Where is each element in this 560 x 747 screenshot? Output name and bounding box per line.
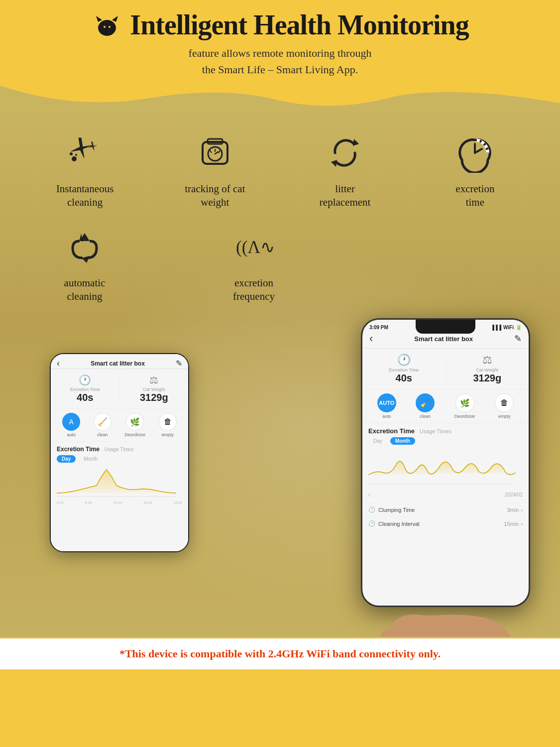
chart-section-large: Excretion Time Usage Times Day Month [362,423,529,502]
header-section: ✦ · · Intelligent Health Monitoring feat… [0,0,560,86]
action-deodorizer-large[interactable]: 🌿 Deordrizer [454,393,475,419]
svg-marker-1 [96,16,102,22]
feature-label-instantaneous-cleaning: Instantaneous cleaning [56,182,113,210]
tab-day-large[interactable]: Day [368,437,387,445]
svg-text:✦: ✦ [121,10,123,18]
chart-subtitle-large: Usage Times [420,428,451,434]
app-title-small: Smart cat litter box [91,360,145,367]
auto-icon-large: AUTO [377,393,396,412]
action-auto-large[interactable]: AUTO auto [377,393,396,419]
clean-icon-large: 🧹 [416,393,435,412]
auto-icon-small: A [62,413,80,431]
action-clean-small[interactable]: 🧹 clean [94,413,112,437]
scale-stat-icon-small: ⚖ [123,374,186,386]
features-row-2-section: automatic cleaning ((Λ∿)) excretion freq… [0,225,560,304]
clumping-label: Clumping Time [378,507,415,513]
signal-icon: ▐▐▐ [491,325,501,330]
stat-weight-small: ⚖ Cat Weight 3129g [120,369,189,408]
cleaning-interval-label: Cleaning Interval [378,521,420,527]
chart-svg-small [57,466,176,498]
weight-label-large: Cat Weight [449,368,526,373]
svg-line-17 [215,152,218,154]
svg-line-15 [219,150,220,153]
empty-label-large: empty [498,414,511,419]
clean-label-small: clean [97,432,108,437]
feature-label-tracking-weight: tracking of cat weight [185,182,245,210]
title-row: ✦ · · Intelligent Health Monitoring [15,9,545,41]
cleaning-interval-value: 15min [504,521,519,527]
cat-icon: ✦ · · [91,9,123,41]
excretion-value-small: 40s [54,392,116,403]
hand-holding-phone [341,555,550,637]
clock-icon [452,130,497,175]
stat-excretion-large: 🕐 Excretion Time 40s [362,349,446,389]
feature-label-excretion-time: excretion time [455,182,494,210]
wavy-divider [0,86,560,111]
feature-label-excretion-frequency: excretion frequency [233,276,275,304]
back-btn-small[interactable]: ‹ [57,358,60,369]
feature-automatic-cleaning: automatic cleaning [30,225,139,304]
svg-text:((Λ∿)): ((Λ∿)) [236,238,274,257]
clean-icon-small: 🧹 [94,413,112,431]
svg-line-16 [210,150,212,153]
stat-excretion-small: 🕐 Excretion Time 40s [51,369,119,408]
header-subtitle: feature allows remote monitoring through… [15,45,545,78]
feature-excretion-frequency: ((Λ∿)) excretion frequency [199,225,309,304]
empty-icon-large: 🗑 [495,393,514,412]
svg-marker-19 [331,160,337,167]
footer-section: *This device is compatible with 2.4GHz W… [0,637,560,669]
chart-date: 2024/02 [505,492,523,498]
edit-btn-small[interactable]: ✎ [176,359,182,368]
deodorizer-icon-large: 🌿 [455,393,474,412]
svg-point-3 [104,26,106,28]
action-deodorizer-small[interactable]: 🌿 Deordrizer [124,413,145,437]
list-items-large: 🕐 Clumping Time 3min › 🕐 Cleanin [362,502,529,530]
deodorizer-icon-small: 🌿 [126,413,144,431]
action-empty-small[interactable]: 🗑 empty [159,413,177,437]
feature-label-automatic-cleaning: automatic cleaning [64,276,106,304]
svg-text:·: · [117,9,118,14]
main-content: Instantaneous cleaning tra [0,111,560,637]
back-btn-large[interactable]: ‹ [369,332,373,345]
action-empty-large[interactable]: 🗑 empty [495,393,514,419]
svg-point-4 [109,26,111,28]
list-item-clumping[interactable]: 🕐 Clumping Time 3min › [362,502,529,516]
phone-large-container: 3:09 PM ▐▐▐ WiFi 🔋 ‹ Smart cat litter bo… [361,318,530,607]
tab-month-small[interactable]: Month [79,455,103,463]
wifi-icon: WiFi [503,325,514,330]
svg-marker-20 [82,256,90,263]
svg-marker-2 [112,16,118,22]
auto-label-large: auto [382,414,391,419]
clumping-value: 3min [507,507,519,513]
weight-label-small: Cat Weight [123,387,186,392]
action-auto-small[interactable]: A auto [62,413,80,437]
page-title: Intelligent Health Monitoring [130,9,468,41]
battery-icon: 🔋 [516,325,522,330]
auto-label-small: auto [67,432,76,437]
svg-point-0 [98,20,116,36]
edit-btn-large[interactable]: ✎ [514,333,522,344]
feature-litter-replacement: litter replacement [290,130,400,210]
cleaning-interval-chevron: › [521,521,523,527]
action-clean-large[interactable]: 🧹 clean [416,393,435,419]
feature-tracking-cat-weight: tracking of cat weight [160,130,270,210]
scale-icon [193,130,237,175]
clean-label-large: clean [420,414,431,419]
feature-excretion-time: excretion time [420,130,530,210]
clumping-chevron: › [521,507,523,513]
tab-month-large[interactable]: Month [390,437,415,445]
excretion-label-large: Excretion Time [365,368,443,373]
features-row-1-section: Instantaneous cleaning tra [0,111,560,210]
time-large: 3:09 PM [369,325,388,330]
weight-value-small: 3129g [123,392,186,403]
weight-value-large: 3129g [449,373,526,384]
feature-label-litter-replacement: litter replacement [320,182,371,210]
svg-point-9 [70,152,73,155]
clock-list-icon2: 🕐 [368,520,375,527]
list-item-cleaning-interval[interactable]: 🕐 Cleaning Interval 15min › [362,516,529,530]
tab-day-small[interactable]: Day [57,455,76,463]
excretion-value-large: 40s [365,373,443,384]
chart-prev[interactable]: ‹ [368,491,371,498]
feature-instantaneous-cleaning: Instantaneous cleaning [30,130,140,210]
clock-stat-icon-large: 🕐 [365,354,443,367]
